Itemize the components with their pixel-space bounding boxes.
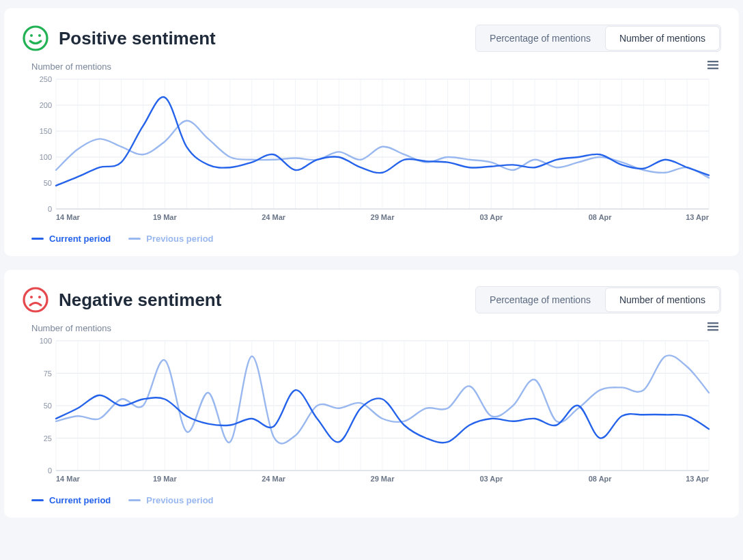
positive-chart: 05010015020025014 Mar19 Mar24 Mar29 Mar0… — [22, 74, 721, 227]
legend-previous[interactable]: Previous period — [128, 234, 213, 244]
svg-rect-3 — [707, 61, 718, 62]
page-title-positive: Positive sentiment — [59, 28, 216, 49]
svg-text:50: 50 — [44, 402, 52, 410]
legend-previous[interactable]: Previous period — [128, 495, 213, 505]
svg-text:08 Apr: 08 Apr — [589, 475, 613, 483]
chart-menu-icon[interactable] — [707, 322, 718, 334]
page-title-negative: Negative sentiment — [59, 290, 221, 311]
svg-text:19 Mar: 19 Mar — [153, 213, 178, 221]
svg-text:03 Apr: 03 Apr — [479, 475, 503, 483]
legend-current[interactable]: Current period — [31, 234, 111, 244]
svg-text:19 Mar: 19 Mar — [153, 475, 178, 483]
smile-icon — [22, 25, 49, 52]
svg-text:200: 200 — [40, 101, 52, 109]
svg-text:08 Apr: 08 Apr — [589, 213, 613, 221]
negative-sentiment-card: Negative sentiment Percentage of mention… — [4, 270, 739, 518]
svg-text:13 Apr: 13 Apr — [686, 213, 710, 221]
svg-text:14 Mar: 14 Mar — [56, 213, 81, 221]
positive-sentiment-card: Positive sentiment Percentage of mention… — [4, 8, 739, 256]
svg-text:50: 50 — [44, 179, 52, 187]
svg-rect-5 — [707, 68, 718, 69]
svg-rect-61 — [707, 326, 718, 327]
svg-rect-60 — [707, 322, 718, 324]
svg-text:100: 100 — [40, 337, 52, 345]
toggle-percentage[interactable]: Percentage of mentions — [476, 27, 604, 50]
svg-text:100: 100 — [40, 153, 52, 161]
svg-text:13 Apr: 13 Apr — [686, 475, 710, 483]
card-header: Positive sentiment Percentage of mention… — [22, 25, 721, 52]
frown-icon — [22, 286, 49, 313]
chart-menu-icon[interactable] — [707, 60, 718, 72]
svg-text:29 Mar: 29 Mar — [371, 475, 395, 483]
legend-current[interactable]: Current period — [31, 495, 111, 505]
y-axis-label: Number of mentions — [31, 323, 111, 333]
svg-point-1 — [30, 34, 33, 37]
svg-text:75: 75 — [44, 369, 52, 378]
svg-point-59 — [38, 296, 41, 298]
svg-text:14 Mar: 14 Mar — [56, 475, 81, 483]
svg-text:150: 150 — [40, 127, 52, 135]
toggle-percentage[interactable]: Percentage of mentions — [476, 288, 604, 311]
chart-subheader: Number of mentions — [22, 60, 721, 72]
y-axis-label: Number of mentions — [31, 61, 111, 72]
legend: Current period Previous period — [31, 495, 721, 505]
svg-text:250: 250 — [40, 75, 52, 83]
title-wrap: Positive sentiment — [22, 25, 216, 52]
svg-text:24 Mar: 24 Mar — [262, 213, 286, 221]
chart-subheader: Number of mentions — [22, 322, 721, 334]
svg-text:0: 0 — [48, 205, 52, 213]
svg-point-0 — [24, 27, 47, 50]
view-toggle: Percentage of mentions Number of mention… — [475, 25, 721, 52]
svg-point-58 — [30, 296, 33, 298]
svg-text:0: 0 — [48, 466, 52, 475]
title-wrap: Negative sentiment — [22, 286, 221, 313]
svg-rect-4 — [707, 64, 718, 66]
svg-text:25: 25 — [44, 434, 52, 443]
toggle-number[interactable]: Number of mentions — [606, 288, 719, 311]
svg-rect-62 — [707, 329, 718, 331]
svg-text:24 Mar: 24 Mar — [262, 475, 286, 483]
legend: Current period Previous period — [31, 234, 721, 244]
svg-text:29 Mar: 29 Mar — [371, 213, 395, 221]
toggle-number[interactable]: Number of mentions — [606, 27, 719, 50]
svg-point-57 — [24, 288, 47, 311]
svg-text:03 Apr: 03 Apr — [479, 213, 503, 221]
card-header: Negative sentiment Percentage of mention… — [22, 286, 721, 313]
negative-chart: 025507510014 Mar19 Mar24 Mar29 Mar03 Apr… — [22, 335, 721, 488]
svg-point-2 — [38, 34, 41, 37]
view-toggle: Percentage of mentions Number of mention… — [475, 286, 721, 313]
